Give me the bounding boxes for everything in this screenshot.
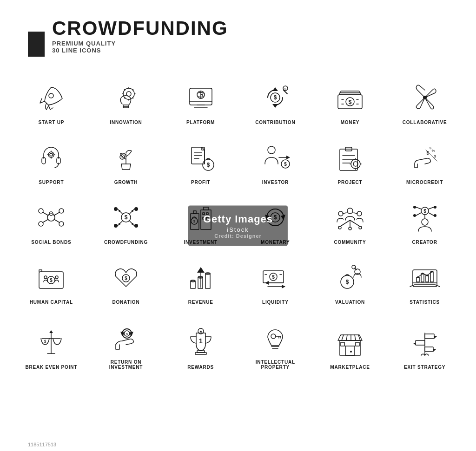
black-accent — [28, 32, 45, 57]
svg-line-121 — [416, 213, 421, 216]
crowdfunding-label: CROWDFUNDING — [104, 240, 148, 245]
svg-text:$: $ — [126, 332, 128, 336]
growth-label: GROWTH — [114, 180, 138, 185]
human-capital-icon: $ — [33, 259, 70, 296]
svg-text:$: $ — [430, 146, 431, 150]
investment-label: INVESTMENT — [184, 240, 217, 245]
svg-point-28 — [48, 152, 54, 157]
svg-point-162 — [431, 271, 433, 273]
icon-human-capital: $ HUMAN CAPITAL — [14, 250, 89, 310]
platform-label: PLATFORM — [186, 120, 215, 125]
svg-rect-198 — [425, 347, 433, 352]
svg-rect-196 — [416, 340, 425, 345]
svg-rect-93 — [203, 213, 205, 215]
svg-line-119 — [416, 207, 421, 209]
icon-return-on-investment: $ RETURN ON INVESTMENT — [89, 310, 164, 375]
support-label: SUPPORT — [39, 180, 64, 185]
revenue-icon — [182, 259, 219, 296]
footer-id: 1185117513 — [28, 442, 56, 447]
svg-point-42 — [268, 146, 275, 154]
revenue-label: REVENUE — [188, 300, 213, 305]
icon-platform: PLATFORM — [163, 71, 238, 131]
svg-line-71 — [43, 219, 48, 222]
svg-line-69 — [43, 212, 48, 216]
svg-text:$: $ — [423, 209, 426, 214]
svg-line-122 — [429, 213, 434, 216]
icon-money: $ MONEY — [313, 71, 388, 131]
icon-monetary: $ MONETARY — [238, 190, 313, 250]
exit-strategy-icon — [406, 324, 443, 361]
svg-line-70 — [54, 212, 60, 216]
svg-rect-90 — [204, 207, 208, 210]
svg-point-29 — [50, 153, 53, 156]
svg-rect-187 — [356, 342, 359, 346]
svg-point-84 — [132, 210, 133, 212]
svg-rect-94 — [206, 213, 208, 215]
collaborative-icon — [406, 79, 443, 116]
svg-point-0 — [49, 93, 53, 98]
project-label: PROJECT — [338, 180, 363, 185]
svg-marker-10 — [272, 87, 278, 91]
donation-label: DONATION — [112, 300, 139, 305]
microcredit-label: MICROCREDIT — [406, 180, 443, 185]
monetary-icon: $ — [257, 199, 294, 236]
svg-marker-97 — [265, 215, 270, 220]
human-capital-label: HUMAN CAPITAL — [30, 300, 73, 305]
profit-label: PROFIT — [191, 180, 210, 185]
icon-investor: $ INVESTOR — [238, 131, 313, 190]
svg-point-159 — [417, 276, 419, 278]
crowdfunding-icon: $ — [107, 199, 145, 236]
svg-marker-98 — [281, 215, 285, 220]
svg-text:$: $ — [274, 94, 277, 101]
profit-icon: $ — [182, 139, 219, 176]
icon-contribution: $ $ CONTRIBUTION — [238, 71, 313, 131]
svg-point-126 — [44, 276, 47, 279]
icon-profit: $ PROFIT — [163, 131, 238, 190]
svg-line-106 — [340, 220, 350, 227]
svg-marker-147 — [265, 281, 269, 285]
project-icon — [331, 139, 369, 176]
icon-growth: $ GROWTH — [89, 131, 164, 190]
svg-text:1: 1 — [199, 337, 203, 345]
icon-revenue: REVENUE — [163, 250, 238, 310]
return-on-investment-label: RETURN ON INVESTMENT — [93, 359, 159, 370]
start-up-label: START UP — [38, 120, 64, 125]
icon-social-bonds: SOCIAL BONDS — [14, 190, 89, 250]
microcredit-icon: $ % $ $ — [406, 139, 443, 176]
intellectual-property-icon — [257, 319, 294, 356]
svg-marker-132 — [197, 267, 205, 273]
svg-rect-135 — [205, 274, 210, 288]
count-rest: LINE ICONS — [60, 47, 101, 54]
exit-strategy-label: EXIT STRATEGY — [404, 365, 445, 370]
svg-text:%: % — [431, 149, 435, 153]
svg-text:$: $ — [44, 339, 46, 344]
svg-text:$: $ — [284, 162, 287, 167]
return-on-investment-icon: $ — [107, 319, 145, 356]
svg-text:$: $ — [272, 275, 275, 280]
svg-line-108 — [350, 220, 360, 227]
platform-icon — [182, 79, 219, 116]
header: CROWDFUNDING PREMIUM QUALITY 30 LINE ICO… — [0, 0, 476, 66]
rewards-label: REWARDS — [187, 365, 214, 370]
svg-rect-186 — [341, 342, 344, 346]
icon-collaborative: COLLABORATIVE — [387, 71, 462, 131]
icon-community: COMMUNITY — [313, 190, 388, 250]
icons-grid: START UP INNOVATION — [0, 66, 476, 380]
liquidity-label: LIQUIDITY — [262, 300, 289, 305]
rewards-icon: 1 ★ — [182, 324, 219, 361]
contribution-icon: $ $ — [257, 79, 294, 116]
svg-rect-173 — [195, 353, 206, 354]
icon-donation: $ DONATION — [89, 250, 164, 310]
svg-line-191 — [355, 335, 356, 340]
svg-point-75 — [114, 207, 118, 211]
break-even-point-icon: $ — [33, 324, 70, 361]
creator-icon: $ — [406, 199, 443, 236]
icon-statistics: STATISTICS — [387, 250, 462, 310]
svg-point-52 — [351, 159, 360, 169]
svg-point-63 — [47, 214, 55, 221]
social-bonds-label: SOCIAL BONDS — [31, 240, 71, 245]
svg-text:$: $ — [206, 162, 210, 168]
svg-rect-88 — [193, 211, 196, 214]
svg-rect-18 — [341, 91, 359, 93]
svg-line-72 — [54, 219, 60, 222]
